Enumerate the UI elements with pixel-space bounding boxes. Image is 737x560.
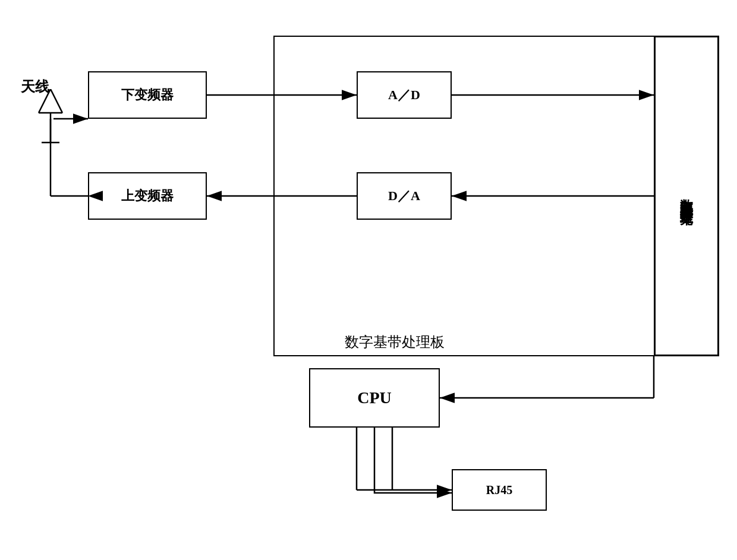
cpu-block: CPU (309, 368, 440, 428)
da-label: D／A (388, 187, 420, 205)
ad-block: A／D (357, 71, 452, 119)
cpu-label: CPU (357, 388, 392, 407)
board-label: 数字基带处理板 (345, 333, 445, 352)
antenna-symbol (33, 89, 68, 153)
svg-line-1 (51, 89, 62, 113)
diagram: 天线 下变频器 上变频器 A／D D／A CPU RJ45 数字中频采样及基带处… (0, 0, 737, 560)
rj45-label: RJ45 (486, 483, 512, 497)
down-converter-block: 下变频器 (88, 71, 207, 119)
right-panel-block: 数字中频采样及基带处理单元 (654, 36, 719, 356)
antenna-icon (33, 89, 68, 148)
da-block: D／A (357, 172, 452, 220)
down-converter-label: 下变频器 (121, 86, 174, 104)
ad-label: A／D (388, 86, 420, 104)
baseband-board-rect (273, 36, 678, 356)
antenna-label: 天线 (21, 77, 49, 96)
up-converter-block: 上变频器 (88, 172, 207, 220)
right-panel-label: 数字中频采样及基带处理单元 (675, 188, 698, 204)
up-converter-label: 上变频器 (121, 187, 174, 205)
rj45-block: RJ45 (452, 469, 547, 511)
